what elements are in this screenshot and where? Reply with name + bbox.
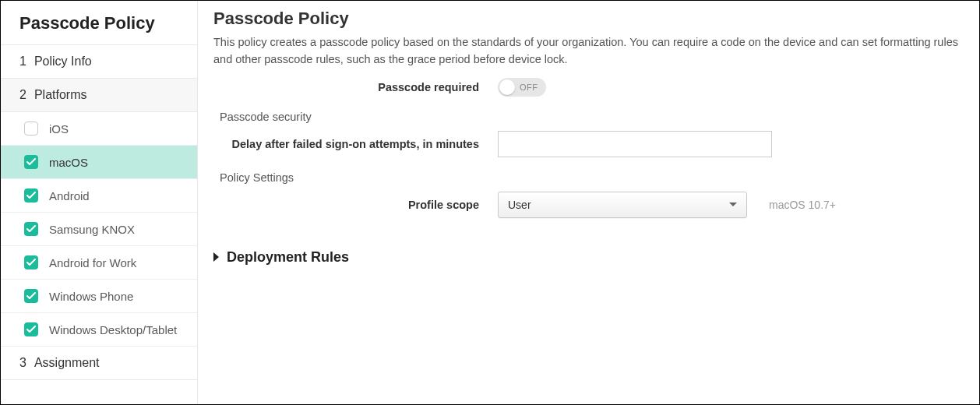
- page-title: Passcode Policy: [213, 9, 964, 29]
- delay-label: Delay after failed sign-on attempts, in …: [213, 138, 498, 150]
- checkbox-unchecked-icon[interactable]: [24, 122, 38, 136]
- platform-ios[interactable]: iOS: [1, 112, 197, 146]
- checkbox-checked-icon[interactable]: [24, 222, 38, 236]
- platform-android[interactable]: Android: [1, 179, 197, 213]
- step-assignment[interactable]: 3 Assignment: [1, 347, 197, 380]
- profile-scope-hint: macOS 10.7+: [769, 199, 836, 211]
- step-number: 2: [19, 88, 26, 102]
- step-number: 3: [19, 356, 26, 370]
- checkbox-checked-icon[interactable]: [24, 155, 38, 169]
- row-passcode-required: Passcode required OFF: [213, 78, 964, 97]
- platform-label: macOS: [49, 156, 88, 169]
- chevron-down-icon: [729, 202, 737, 206]
- checkbox-checked-icon[interactable]: [24, 255, 38, 269]
- passcode-required-label: Passcode required: [213, 81, 498, 93]
- row-delay: Delay after failed sign-on attempts, in …: [213, 131, 964, 157]
- toggle-off-label: OFF: [520, 83, 538, 92]
- toggle-knob-icon: [499, 79, 515, 95]
- profile-scope-value: User: [508, 199, 531, 211]
- app-window: Passcode Policy 1 Policy Info 2 Platform…: [0, 0, 980, 405]
- delay-input[interactable]: [498, 131, 772, 157]
- step-number: 1: [19, 55, 26, 69]
- sidebar-title: Passcode Policy: [1, 1, 197, 45]
- platform-label: Windows Phone: [49, 290, 133, 303]
- platform-windows-desktop-tablet[interactable]: Windows Desktop/Tablet: [1, 313, 197, 347]
- step-label: Platforms: [34, 88, 87, 102]
- platform-label: Android: [49, 189, 90, 202]
- platform-samsung-knox[interactable]: Samsung KNOX: [1, 213, 197, 246]
- deployment-rules-toggle[interactable]: Deployment Rules: [213, 249, 964, 266]
- page-description: This policy creates a passcode policy ba…: [213, 33, 961, 69]
- platform-label: Windows Desktop/Tablet: [49, 323, 177, 336]
- step-label: Assignment: [34, 356, 100, 370]
- step-label: Policy Info: [34, 55, 92, 69]
- step-policy-info[interactable]: 1 Policy Info: [1, 45, 197, 79]
- checkbox-checked-icon[interactable]: [24, 322, 38, 336]
- profile-scope-select[interactable]: User: [498, 192, 747, 218]
- platform-macos[interactable]: macOS: [1, 146, 197, 179]
- step-platforms[interactable]: 2 Platforms: [1, 79, 197, 112]
- main-panel: Passcode Policy This policy creates a pa…: [198, 1, 979, 404]
- platform-android-for-work[interactable]: Android for Work: [1, 246, 197, 280]
- checkbox-checked-icon[interactable]: [24, 188, 38, 202]
- platform-label: iOS: [49, 122, 69, 136]
- checkbox-checked-icon[interactable]: [24, 289, 38, 303]
- platform-label: Samsung KNOX: [49, 223, 135, 236]
- deployment-rules-label: Deployment Rules: [227, 249, 349, 266]
- platform-label: Android for Work: [49, 256, 136, 269]
- row-profile-scope: Profile scope User macOS 10.7+: [213, 192, 964, 218]
- section-policy-settings: Policy Settings: [220, 171, 964, 184]
- caret-right-icon: [213, 252, 219, 262]
- platform-windows-phone[interactable]: Windows Phone: [1, 280, 197, 313]
- sidebar: Passcode Policy 1 Policy Info 2 Platform…: [1, 1, 198, 404]
- passcode-required-toggle[interactable]: OFF: [498, 78, 546, 97]
- section-passcode-security: Passcode security: [220, 111, 964, 123]
- profile-scope-label: Profile scope: [213, 199, 498, 211]
